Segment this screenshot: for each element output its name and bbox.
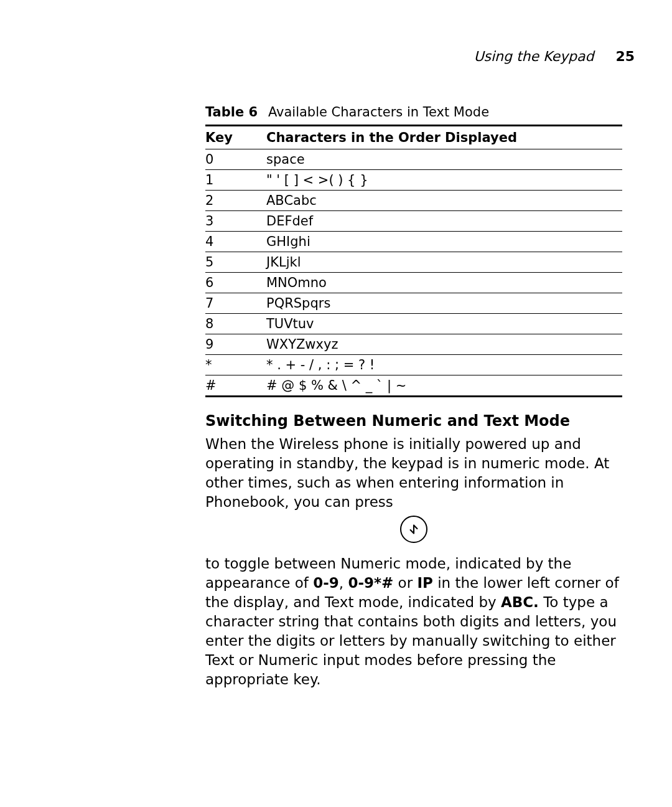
table-row: 6MNOmno bbox=[205, 273, 622, 293]
para2-text-d: or bbox=[393, 575, 417, 591]
cell-chars: space bbox=[266, 149, 622, 170]
table-row: ** . + - / , : ; = ? ! bbox=[205, 355, 622, 375]
table-body: 0space1" ' [ ] < >( ) { }2ABCabc3DEFdef4… bbox=[205, 149, 622, 397]
table-header-row: Key Characters in the Order Displayed bbox=[205, 126, 622, 149]
cell-chars: ABCabc bbox=[266, 191, 622, 211]
table-row: 0space bbox=[205, 149, 622, 170]
para-2: to toggle between Numeric mode, indicate… bbox=[205, 554, 622, 689]
cell-chars: * . + - / , : ; = ? ! bbox=[266, 355, 622, 375]
table-caption: Table 6 Available Characters in Text Mod… bbox=[205, 105, 622, 120]
para2-bold-2: 0-9*# bbox=[348, 575, 393, 591]
cell-chars: MNOmno bbox=[266, 273, 622, 293]
section-heading: Switching Between Numeric and Text Mode bbox=[205, 412, 622, 430]
para2-bold-1: 0-9 bbox=[313, 575, 339, 591]
table-caption-label: Table 6 bbox=[205, 105, 258, 120]
cell-chars: " ' [ ] < >( ) { } bbox=[266, 170, 622, 191]
para2-bold-3: IP bbox=[417, 575, 432, 591]
main-content: Table 6 Available Characters in Text Mod… bbox=[205, 49, 622, 690]
table-row: 8TUVtuv bbox=[205, 314, 622, 334]
table-row: 9WXYZwxyz bbox=[205, 334, 622, 355]
cell-chars: PQRSpqrs bbox=[266, 293, 622, 314]
cell-key: 8 bbox=[205, 314, 266, 334]
cell-key: 1 bbox=[205, 170, 266, 191]
cell-chars: TUVtuv bbox=[266, 314, 622, 334]
transfer-icon bbox=[400, 516, 427, 543]
table-row: 2ABCabc bbox=[205, 191, 622, 211]
characters-table: Key Characters in the Order Displayed 0s… bbox=[205, 125, 622, 397]
cell-key: 9 bbox=[205, 334, 266, 355]
table-row: 3DEFdef bbox=[205, 211, 622, 232]
table-row: 4GHIghi bbox=[205, 232, 622, 252]
col-header-chars: Characters in the Order Displayed bbox=[266, 126, 622, 149]
para2-text-c: , bbox=[339, 575, 348, 591]
para2-bold-4: ABC. bbox=[501, 594, 539, 610]
table-caption-text: Available Characters in Text Mode bbox=[268, 105, 489, 120]
cell-key: * bbox=[205, 355, 266, 375]
cell-chars: JKLjkl bbox=[266, 252, 622, 273]
running-header: Using the Keypad 25 bbox=[474, 49, 635, 64]
table-row: 1" ' [ ] < >( ) { } bbox=[205, 170, 622, 191]
cell-chars: GHIghi bbox=[266, 232, 622, 252]
table-row: ## @ $ % & \ ^ _ ` | ~ bbox=[205, 375, 622, 397]
header-page-number: 25 bbox=[615, 49, 635, 64]
table-row: 7PQRSpqrs bbox=[205, 293, 622, 314]
cell-key: 7 bbox=[205, 293, 266, 314]
cell-key: 5 bbox=[205, 252, 266, 273]
cell-key: 6 bbox=[205, 273, 266, 293]
header-section-title: Using the Keypad bbox=[474, 49, 594, 64]
cell-key: 0 bbox=[205, 149, 266, 170]
cell-key: 3 bbox=[205, 211, 266, 232]
document-page: Using the Keypad 25 Table 6 Available Ch… bbox=[0, 0, 672, 807]
icon-line bbox=[205, 516, 622, 543]
cell-chars: WXYZwxyz bbox=[266, 334, 622, 355]
cell-chars: # @ $ % & \ ^ _ ` | ~ bbox=[266, 375, 622, 397]
cell-key: 2 bbox=[205, 191, 266, 211]
para-1: When the Wireless phone is initially pow… bbox=[205, 435, 622, 512]
cell-chars: DEFdef bbox=[266, 211, 622, 232]
col-header-key: Key bbox=[205, 126, 266, 149]
table-row: 5JKLjkl bbox=[205, 252, 622, 273]
cell-key: 4 bbox=[205, 232, 266, 252]
cell-key: # bbox=[205, 375, 266, 397]
